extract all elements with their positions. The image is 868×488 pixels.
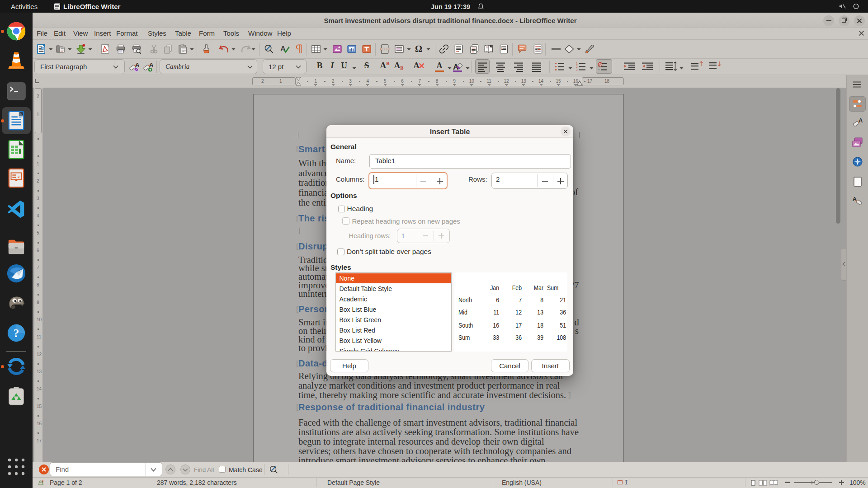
svg-text:A: A xyxy=(149,62,153,68)
svg-text:Ω: Ω xyxy=(415,44,422,54)
svg-text:A: A xyxy=(859,117,863,124)
svg-text:1.: 1. xyxy=(576,62,579,65)
svg-text:2.: 2. xyxy=(576,65,579,68)
svg-text:3.: 3. xyxy=(576,68,579,71)
svg-text:A: A xyxy=(852,196,857,202)
svg-text:A: A xyxy=(135,62,139,68)
svg-text:?: ? xyxy=(14,327,19,339)
